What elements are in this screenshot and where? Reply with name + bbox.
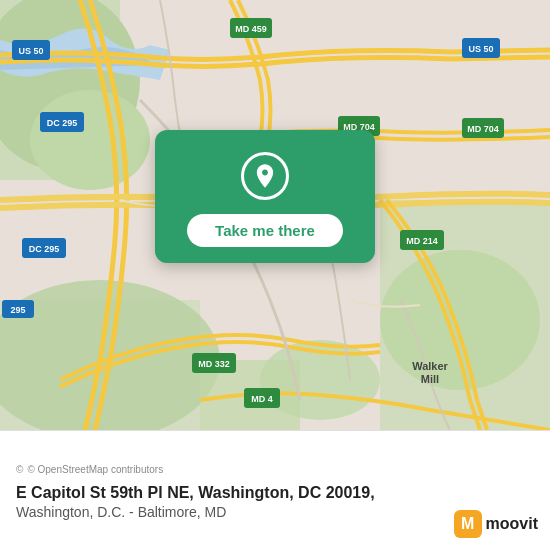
map-popup: Take me there <box>155 130 375 263</box>
pin-icon-container <box>241 152 289 200</box>
copyright-symbol: © <box>16 464 23 475</box>
moovit-text: moovit <box>486 515 538 533</box>
svg-text:Mill: Mill <box>421 373 439 385</box>
svg-text:MD 4: MD 4 <box>251 394 273 404</box>
svg-text:DC 295: DC 295 <box>47 118 78 128</box>
svg-point-3 <box>30 90 150 190</box>
moovit-icon <box>454 510 482 538</box>
svg-point-5 <box>380 250 540 390</box>
svg-text:MD 214: MD 214 <box>406 236 438 246</box>
svg-text:US 50: US 50 <box>18 46 43 56</box>
svg-text:DC 295: DC 295 <box>29 244 60 254</box>
take-me-there-button[interactable]: Take me there <box>187 214 343 247</box>
svg-text:295: 295 <box>10 305 25 315</box>
svg-text:MD 704: MD 704 <box>467 124 499 134</box>
address-line1: E Capitol St 59th Pl NE, Washington, DC … <box>16 483 534 504</box>
moovit-logo: moovit <box>454 510 538 538</box>
address-primary: E Capitol St 59th Pl NE, Washington, DC … <box>16 484 375 501</box>
copyright-text: © OpenStreetMap contributors <box>27 464 163 475</box>
svg-text:MD 459: MD 459 <box>235 24 267 34</box>
info-bar: © © OpenStreetMap contributors E Capitol… <box>0 430 550 550</box>
svg-text:Walker: Walker <box>412 360 448 372</box>
address-secondary: Washington, D.C. - Baltimore, MD <box>16 504 226 520</box>
svg-text:MD 332: MD 332 <box>198 359 230 369</box>
copyright-row: © © OpenStreetMap contributors <box>16 464 534 475</box>
location-pin-icon <box>251 162 279 190</box>
svg-text:US 50: US 50 <box>468 44 493 54</box>
map-container: US 50 US 50 MD 459 MD 704 MD 704 DC 295 … <box>0 0 550 430</box>
